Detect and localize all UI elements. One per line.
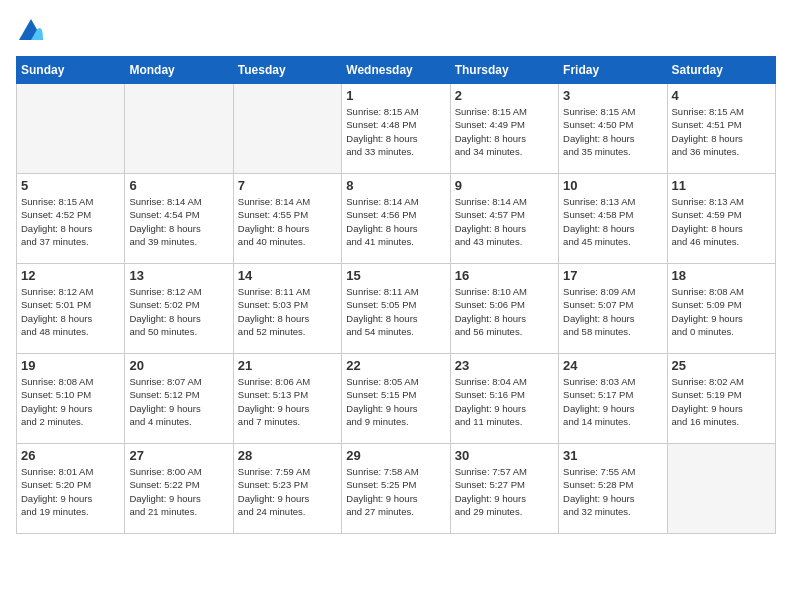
calendar-cell: 21Sunrise: 8:06 AM Sunset: 5:13 PM Dayli… [233,354,341,444]
calendar-cell: 18Sunrise: 8:08 AM Sunset: 5:09 PM Dayli… [667,264,775,354]
calendar-cell [125,84,233,174]
calendar-cell: 1Sunrise: 8:15 AM Sunset: 4:48 PM Daylig… [342,84,450,174]
day-info: Sunrise: 7:59 AM Sunset: 5:23 PM Dayligh… [238,465,337,518]
calendar-day-header: Monday [125,57,233,84]
day-info: Sunrise: 7:58 AM Sunset: 5:25 PM Dayligh… [346,465,445,518]
day-number: 15 [346,268,445,283]
calendar-cell: 9Sunrise: 8:14 AM Sunset: 4:57 PM Daylig… [450,174,558,264]
day-number: 6 [129,178,228,193]
day-info: Sunrise: 8:12 AM Sunset: 5:01 PM Dayligh… [21,285,120,338]
calendar-week-row: 26Sunrise: 8:01 AM Sunset: 5:20 PM Dayli… [17,444,776,534]
day-info: Sunrise: 8:11 AM Sunset: 5:03 PM Dayligh… [238,285,337,338]
day-info: Sunrise: 8:11 AM Sunset: 5:05 PM Dayligh… [346,285,445,338]
day-info: Sunrise: 8:03 AM Sunset: 5:17 PM Dayligh… [563,375,662,428]
day-number: 10 [563,178,662,193]
day-info: Sunrise: 8:02 AM Sunset: 5:19 PM Dayligh… [672,375,771,428]
day-number: 8 [346,178,445,193]
day-info: Sunrise: 8:15 AM Sunset: 4:52 PM Dayligh… [21,195,120,248]
calendar-cell: 14Sunrise: 8:11 AM Sunset: 5:03 PM Dayli… [233,264,341,354]
day-number: 2 [455,88,554,103]
calendar-cell: 25Sunrise: 8:02 AM Sunset: 5:19 PM Dayli… [667,354,775,444]
day-number: 1 [346,88,445,103]
logo [16,16,50,46]
calendar-cell [17,84,125,174]
calendar-cell [233,84,341,174]
day-info: Sunrise: 8:08 AM Sunset: 5:09 PM Dayligh… [672,285,771,338]
calendar-table: SundayMondayTuesdayWednesdayThursdayFrid… [16,56,776,534]
day-number: 18 [672,268,771,283]
calendar-cell: 30Sunrise: 7:57 AM Sunset: 5:27 PM Dayli… [450,444,558,534]
day-number: 30 [455,448,554,463]
day-info: Sunrise: 8:13 AM Sunset: 4:59 PM Dayligh… [672,195,771,248]
calendar-cell: 29Sunrise: 7:58 AM Sunset: 5:25 PM Dayli… [342,444,450,534]
day-info: Sunrise: 8:07 AM Sunset: 5:12 PM Dayligh… [129,375,228,428]
day-info: Sunrise: 8:06 AM Sunset: 5:13 PM Dayligh… [238,375,337,428]
day-number: 9 [455,178,554,193]
day-info: Sunrise: 8:15 AM Sunset: 4:50 PM Dayligh… [563,105,662,158]
day-info: Sunrise: 7:57 AM Sunset: 5:27 PM Dayligh… [455,465,554,518]
day-number: 12 [21,268,120,283]
calendar-cell: 23Sunrise: 8:04 AM Sunset: 5:16 PM Dayli… [450,354,558,444]
day-info: Sunrise: 8:12 AM Sunset: 5:02 PM Dayligh… [129,285,228,338]
calendar-day-header: Sunday [17,57,125,84]
day-info: Sunrise: 8:14 AM Sunset: 4:54 PM Dayligh… [129,195,228,248]
calendar-cell: 20Sunrise: 8:07 AM Sunset: 5:12 PM Dayli… [125,354,233,444]
day-info: Sunrise: 8:09 AM Sunset: 5:07 PM Dayligh… [563,285,662,338]
calendar-cell: 28Sunrise: 7:59 AM Sunset: 5:23 PM Dayli… [233,444,341,534]
calendar-cell: 12Sunrise: 8:12 AM Sunset: 5:01 PM Dayli… [17,264,125,354]
day-number: 28 [238,448,337,463]
day-info: Sunrise: 8:05 AM Sunset: 5:15 PM Dayligh… [346,375,445,428]
calendar-day-header: Thursday [450,57,558,84]
calendar-cell: 22Sunrise: 8:05 AM Sunset: 5:15 PM Dayli… [342,354,450,444]
calendar-cell: 13Sunrise: 8:12 AM Sunset: 5:02 PM Dayli… [125,264,233,354]
day-number: 14 [238,268,337,283]
calendar-day-header: Friday [559,57,667,84]
day-number: 4 [672,88,771,103]
calendar-cell: 19Sunrise: 8:08 AM Sunset: 5:10 PM Dayli… [17,354,125,444]
day-info: Sunrise: 8:14 AM Sunset: 4:55 PM Dayligh… [238,195,337,248]
page-header [16,16,776,46]
day-number: 29 [346,448,445,463]
day-number: 24 [563,358,662,373]
calendar-cell: 15Sunrise: 8:11 AM Sunset: 5:05 PM Dayli… [342,264,450,354]
day-info: Sunrise: 8:15 AM Sunset: 4:51 PM Dayligh… [672,105,771,158]
day-info: Sunrise: 8:04 AM Sunset: 5:16 PM Dayligh… [455,375,554,428]
calendar-cell: 2Sunrise: 8:15 AM Sunset: 4:49 PM Daylig… [450,84,558,174]
day-info: Sunrise: 8:08 AM Sunset: 5:10 PM Dayligh… [21,375,120,428]
day-number: 5 [21,178,120,193]
calendar-cell: 31Sunrise: 7:55 AM Sunset: 5:28 PM Dayli… [559,444,667,534]
day-number: 7 [238,178,337,193]
day-info: Sunrise: 8:10 AM Sunset: 5:06 PM Dayligh… [455,285,554,338]
calendar-cell: 6Sunrise: 8:14 AM Sunset: 4:54 PM Daylig… [125,174,233,264]
day-number: 23 [455,358,554,373]
day-number: 11 [672,178,771,193]
day-number: 16 [455,268,554,283]
calendar-cell: 8Sunrise: 8:14 AM Sunset: 4:56 PM Daylig… [342,174,450,264]
logo-icon [16,16,46,46]
day-number: 26 [21,448,120,463]
calendar-cell: 24Sunrise: 8:03 AM Sunset: 5:17 PM Dayli… [559,354,667,444]
calendar-header-row: SundayMondayTuesdayWednesdayThursdayFrid… [17,57,776,84]
calendar-cell: 7Sunrise: 8:14 AM Sunset: 4:55 PM Daylig… [233,174,341,264]
day-number: 19 [21,358,120,373]
day-number: 31 [563,448,662,463]
calendar-day-header: Tuesday [233,57,341,84]
day-number: 20 [129,358,228,373]
calendar-cell [667,444,775,534]
day-number: 25 [672,358,771,373]
day-info: Sunrise: 8:13 AM Sunset: 4:58 PM Dayligh… [563,195,662,248]
day-info: Sunrise: 7:55 AM Sunset: 5:28 PM Dayligh… [563,465,662,518]
calendar-week-row: 12Sunrise: 8:12 AM Sunset: 5:01 PM Dayli… [17,264,776,354]
day-info: Sunrise: 8:14 AM Sunset: 4:56 PM Dayligh… [346,195,445,248]
calendar-cell: 11Sunrise: 8:13 AM Sunset: 4:59 PM Dayli… [667,174,775,264]
day-info: Sunrise: 8:01 AM Sunset: 5:20 PM Dayligh… [21,465,120,518]
calendar-day-header: Wednesday [342,57,450,84]
day-number: 13 [129,268,228,283]
calendar-cell: 17Sunrise: 8:09 AM Sunset: 5:07 PM Dayli… [559,264,667,354]
calendar-cell: 4Sunrise: 8:15 AM Sunset: 4:51 PM Daylig… [667,84,775,174]
calendar-week-row: 1Sunrise: 8:15 AM Sunset: 4:48 PM Daylig… [17,84,776,174]
day-number: 17 [563,268,662,283]
day-info: Sunrise: 8:14 AM Sunset: 4:57 PM Dayligh… [455,195,554,248]
calendar-day-header: Saturday [667,57,775,84]
day-number: 21 [238,358,337,373]
